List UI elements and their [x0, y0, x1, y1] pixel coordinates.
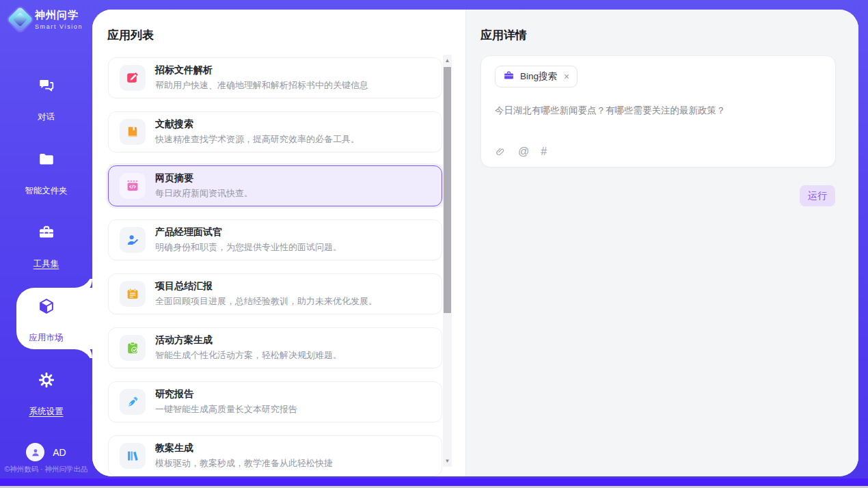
tool-chip-bing-search[interactable]: Bing搜索 ×: [495, 66, 578, 87]
app-card-desc: 快速精准查找学术资源，提高研究效率的必备工具。: [155, 133, 360, 146]
interviewer-icon: [120, 227, 146, 253]
clipboard-check-icon: [120, 335, 146, 361]
avatar[interactable]: [26, 443, 44, 461]
sidebar-item-tools[interactable]: 工具集: [0, 223, 92, 270]
app-card-7[interactable]: 教案生成模板驱动，教案秒成，教学准备从此轻松快捷: [108, 435, 442, 476]
user-initials: AD: [53, 447, 66, 458]
app-card-texts: 活动方案生成智能生成个性化活动方案，轻松解决规划难题。: [155, 334, 342, 362]
paperclip-icon[interactable]: [495, 146, 506, 158]
app-card-texts: 招标文件解析帮助用户快速、准确地理解和解析招标书中的关键信息: [155, 64, 368, 92]
sidebar-item-label: 系统设置: [29, 406, 64, 418]
app-card-name: 活动方案生成: [155, 334, 342, 347]
calendar-icon: [120, 281, 146, 307]
app-list: 招标文件解析帮助用户快速、准确地理解和解析招标书中的关键信息文献搜索快速精准查找…: [108, 57, 442, 476]
sidebar-item-label: 工具集: [33, 258, 59, 270]
app-card-texts: 研究报告一键智能生成高质量长文本研究报告: [155, 388, 297, 416]
composer-toolbar: @ #: [495, 146, 547, 158]
app-detail-panel: 应用详情 Bing搜索 × 今日湖北有哪些新闻要点？有哪些需要关注的最新政策？ …: [465, 10, 858, 476]
app-card-desc: 明确身份和职责，为您提供专业性的面试问题。: [155, 241, 342, 254]
app-card-desc: 一键智能生成高质量长文本研究报告: [155, 403, 297, 416]
app-card-desc: 智能生成个性化活动方案，轻松解决规划难题。: [155, 349, 342, 362]
sidebar-item-settings[interactable]: 系统设置: [0, 371, 92, 418]
app-detail-title: 应用详情: [480, 27, 527, 43]
book-icon: [120, 119, 146, 145]
app-list-panel: 应用列表 招标文件解析帮助用户快速、准确地理解和解析招标书中的关键信息文献搜索快…: [92, 10, 465, 476]
app-list-title: 应用列表: [107, 27, 154, 43]
app-card-0[interactable]: 招标文件解析帮助用户快速、准确地理解和解析招标书中的关键信息: [108, 57, 442, 98]
app-card-texts: 项目总结汇报全面回顾项目进展，总结经验教训，助力未来优化发展。: [155, 280, 377, 308]
sidebar-item-chat[interactable]: 对话: [0, 77, 92, 123]
books-icon: [120, 443, 146, 469]
scrollbar-thumb[interactable]: [444, 67, 451, 313]
question-text[interactable]: 今日湖北有哪些新闻要点？有哪些需要关注的最新政策？: [495, 104, 822, 118]
app-card-4[interactable]: 项目总结汇报全面回顾项目进展，总结经验教训，助力未来优化发展。: [108, 273, 442, 314]
app-card-name: 网页摘要: [155, 172, 253, 185]
cube-icon: [0, 297, 92, 315]
sidebar-item-market[interactable]: 应用市场: [0, 297, 92, 344]
main-content: 应用列表 招标文件解析帮助用户快速、准确地理解和解析招标书中的关键信息文献搜索快…: [92, 10, 858, 476]
brand-name: 神州问学: [35, 9, 83, 22]
app-card-name: 产品经理面试官: [155, 226, 342, 239]
app-card-desc: 全面回顾项目进展，总结经验教训，助力未来优化发展。: [155, 295, 377, 308]
app-card-6[interactable]: 研究报告一键智能生成高质量长文本研究报告: [108, 381, 442, 422]
bottom-accent-bar: [0, 478, 868, 486]
webpage-code-icon: [120, 173, 146, 199]
chat-icon: [0, 77, 92, 94]
edit-square-icon: [120, 65, 146, 91]
hash-icon[interactable]: #: [541, 146, 547, 158]
app-card-desc: 帮助用户快速、准确地理解和解析招标书中的关键信息: [155, 79, 368, 92]
app-card-desc: 模板驱动，教案秒成，教学准备从此轻松快捷: [155, 457, 333, 470]
briefcase-icon: [503, 70, 515, 84]
run-button[interactable]: 运行: [800, 185, 835, 206]
pen-report-icon: [120, 389, 146, 415]
app-card-texts: 网页摘要每日政府新闻资讯快查。: [155, 172, 253, 200]
sidebar-item-label: 智能文件夹: [25, 185, 68, 197]
sidebar-item-label: 应用市场: [29, 332, 64, 344]
scroll-up-arrow-icon[interactable]: ▲: [443, 56, 452, 65]
app-card-texts: 教案生成模板驱动，教案秒成，教学准备从此轻松快捷: [155, 442, 333, 470]
copyright-text: ©神州数码 · 神州问学出品: [0, 465, 92, 474]
gear-icon: [0, 371, 92, 389]
app-card-name: 项目总结汇报: [155, 280, 377, 293]
sidebar: 神州问学 Smart Vision 对话智能文件夹工具集应用市场系统设置 AD …: [0, 0, 92, 478]
brand-text: 神州问学 Smart Vision: [35, 9, 83, 30]
app-card-name: 教案生成: [155, 442, 333, 455]
prompt-input-card[interactable]: Bing搜索 × 今日湖北有哪些新闻要点？有哪些需要关注的最新政策？ @ #: [480, 55, 836, 167]
brand-diamond-icon: [7, 6, 33, 32]
app-card-3[interactable]: 产品经理面试官明确身份和职责，为您提供专业性的面试问题。: [108, 219, 442, 260]
app-card-2[interactable]: 网页摘要每日政府新闻资讯快查。: [108, 165, 442, 206]
brand-logo: 神州问学 Smart Vision: [11, 9, 83, 30]
app-card-texts: 文献搜索快速精准查找学术资源，提高研究效率的必备工具。: [155, 118, 360, 146]
app-card-name: 文献搜索: [155, 118, 360, 131]
sidebar-item-label: 对话: [38, 111, 55, 123]
scrollbar[interactable]: ▲ ▼: [443, 55, 452, 467]
app-card-texts: 产品经理面试官明确身份和职责，为您提供专业性的面试问题。: [155, 226, 342, 254]
brand-subtitle: Smart Vision: [35, 23, 83, 30]
app-card-5[interactable]: 活动方案生成智能生成个性化活动方案，轻松解决规划难题。: [108, 327, 442, 368]
tool-chip-label: Bing搜索: [520, 70, 557, 83]
app-card-name: 研究报告: [155, 388, 297, 401]
toolbox-icon: [0, 223, 92, 241]
scroll-down-arrow-icon[interactable]: ▼: [443, 457, 452, 465]
chip-close-icon[interactable]: ×: [564, 71, 569, 82]
mention-icon[interactable]: @: [518, 146, 529, 158]
app-card-name: 招标文件解析: [155, 64, 368, 77]
app-card-desc: 每日政府新闻资讯快查。: [155, 187, 253, 200]
app-card-1[interactable]: 文献搜索快速精准查找学术资源，提高研究效率的必备工具。: [108, 111, 442, 152]
folder-icon: [0, 150, 92, 168]
user-row[interactable]: AD: [0, 443, 92, 461]
sidebar-item-folders[interactable]: 智能文件夹: [0, 150, 92, 197]
